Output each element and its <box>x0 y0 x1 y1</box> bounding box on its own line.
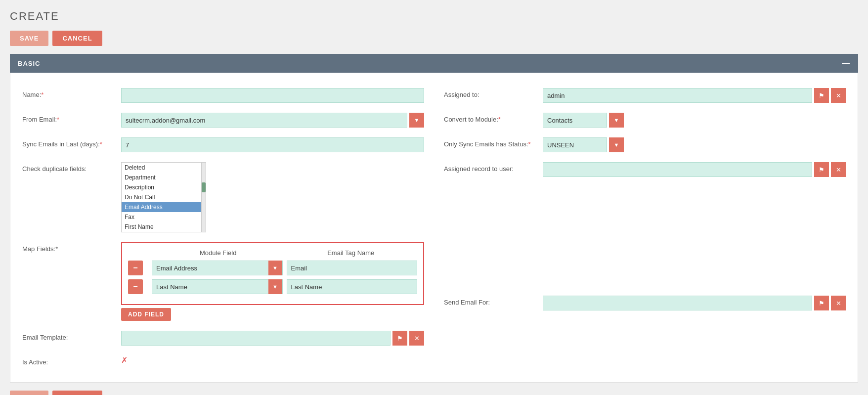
add-field-wrapper: ADD FIELD <box>121 305 424 321</box>
is-active-label: Is Active: <box>22 355 121 366</box>
check-duplicate-label: Check duplicate fields: <box>22 162 121 173</box>
check-duplicate-control: Deleted Department Description Do Not Ca… <box>121 162 424 232</box>
from-email-dropdown-btn[interactable]: ▼ <box>409 113 424 128</box>
from-email-select[interactable]: suitecrm.addon@gmail.com <box>122 113 407 127</box>
assigned-to-flag-button[interactable]: ⚑ <box>814 88 829 103</box>
email-template-clear-button[interactable]: ✕ <box>409 331 424 346</box>
basic-section-body: Name:* From Email:* suitecrm.addon@gm <box>10 73 858 383</box>
duplicate-dropdown-container: Deleted Department Description Do Not Ca… <box>121 162 206 232</box>
list-item[interactable]: Fax <box>122 212 201 222</box>
only-sync-select[interactable]: UNSEEN <box>543 138 607 152</box>
sync-days-row: Sync Emails in Last (days):* <box>22 132 424 157</box>
assigned-to-row: Assigned to: ⚑ ✕ <box>444 83 846 108</box>
is-active-row: Is Active: ✗ <box>22 351 424 372</box>
email-template-flag-button[interactable]: ⚑ <box>392 331 407 346</box>
page-title: CREATE <box>10 10 858 23</box>
assigned-to-label: Assigned to: <box>444 88 543 98</box>
name-required: * <box>41 91 43 98</box>
sync-days-control <box>121 137 424 152</box>
sync-days-input[interactable] <box>121 137 424 152</box>
check-duplicate-row: Check duplicate fields: Deleted Departme… <box>22 157 424 237</box>
scroll-thumb <box>202 182 206 192</box>
basic-section-title: BASIC <box>18 60 40 67</box>
map-fields-header: Module Field Email Tag Name <box>128 249 417 257</box>
email-template-label: Email Template: <box>22 331 121 341</box>
top-save-button[interactable]: SAVE <box>10 31 48 46</box>
only-sync-row: Only Sync Emails has Status:* UNSEEN ▼ <box>444 132 846 157</box>
module-field-1-wrapper: Email Address ▼ <box>152 261 283 275</box>
module-field-2-select[interactable]: Last Name <box>152 280 268 294</box>
assigned-record-clear-button[interactable]: ✕ <box>831 162 846 177</box>
right-column: Assigned to: ⚑ ✕ Convert to Module:* <box>444 83 846 372</box>
list-item[interactable]: Department <box>122 173 201 182</box>
only-sync-select-wrapper: UNSEEN <box>543 137 607 152</box>
assigned-to-control: ⚑ ✕ <box>543 88 846 103</box>
basic-section-header: BASIC — <box>10 54 858 73</box>
convert-module-control: Contacts ▼ <box>543 113 846 128</box>
list-item[interactable]: Do Not Call <box>122 192 201 202</box>
email-tag-1-input[interactable] <box>287 261 418 275</box>
module-field-2-dropdown-btn[interactable]: ▼ <box>268 279 282 294</box>
list-item[interactable]: First Name <box>122 222 201 232</box>
form-grid: Name:* From Email:* suitecrm.addon@gm <box>22 83 846 372</box>
from-email-label: From Email:* <box>22 113 121 123</box>
is-active-control: ✗ <box>121 355 424 365</box>
top-cancel-button[interactable]: CANCEL <box>52 31 102 46</box>
left-column: Name:* From Email:* suitecrm.addon@gm <box>22 83 424 372</box>
name-control <box>121 88 424 103</box>
dropdown-scrollbar[interactable] <box>201 162 206 232</box>
sync-days-label: Sync Emails in Last (days):* <box>22 137 121 148</box>
assigned-to-input[interactable] <box>543 88 812 103</box>
list-item-email-address[interactable]: Email Address <box>122 202 201 212</box>
module-field-header: Module Field <box>154 249 283 257</box>
add-field-button[interactable]: ADD FIELD <box>121 308 171 321</box>
from-email-row: From Email:* suitecrm.addon@gmail.com ▼ <box>22 108 424 132</box>
module-field-2-wrapper: Last Name ▼ <box>152 279 283 294</box>
only-sync-dropdown-btn[interactable]: ▼ <box>609 137 624 152</box>
email-template-control: ⚑ ✕ <box>121 331 424 346</box>
is-active-checkbox[interactable]: ✗ <box>121 355 128 365</box>
name-row: Name:* <box>22 83 424 108</box>
convert-module-select[interactable]: Contacts <box>543 113 607 127</box>
map-fields-row-2: − Last Name ▼ <box>128 279 417 294</box>
send-email-row: Send Email For: ⚑ ✕ <box>444 291 846 315</box>
send-email-input[interactable] <box>543 296 812 310</box>
remove-field-2-button[interactable]: − <box>128 279 143 294</box>
assigned-record-control: ⚑ ✕ <box>543 162 846 177</box>
top-actions-bar: SAVE CANCEL <box>10 31 858 46</box>
collapse-icon[interactable]: — <box>842 59 850 68</box>
send-email-clear-button[interactable]: ✕ <box>831 296 846 310</box>
bottom-cancel-button[interactable]: CANCEL <box>52 391 102 395</box>
assigned-record-row: Assigned record to user: ⚑ ✕ <box>444 157 846 182</box>
from-email-control: suitecrm.addon@gmail.com ▼ <box>121 113 424 128</box>
assigned-record-input[interactable] <box>543 162 812 177</box>
only-sync-control: UNSEEN ▼ <box>543 137 846 152</box>
module-field-1-select[interactable]: Email Address <box>152 261 268 275</box>
email-tag-2-input[interactable] <box>287 279 418 294</box>
map-fields-content: Module Field Email Tag Name − Email Addr… <box>121 242 424 321</box>
map-fields-row: Map Fields:* Module Field Email Tag Name <box>22 237 424 326</box>
send-email-flag-button[interactable]: ⚑ <box>814 296 829 310</box>
list-item[interactable]: Deleted <box>122 163 201 173</box>
bottom-actions-bar: SAVE CANCEL <box>10 391 858 395</box>
duplicate-dropdown-list[interactable]: Deleted Department Description Do Not Ca… <box>121 162 201 232</box>
remove-field-1-button[interactable]: − <box>128 261 143 275</box>
email-template-input[interactable] <box>121 331 391 346</box>
send-email-control: ⚑ ✕ <box>543 296 846 310</box>
module-field-1-dropdown-btn[interactable]: ▼ <box>268 261 282 275</box>
bottom-save-button[interactable]: SAVE <box>10 391 48 395</box>
from-email-select-wrapper: suitecrm.addon@gmail.com <box>121 113 407 128</box>
email-tag-header: Email Tag Name <box>287 249 416 257</box>
send-email-label: Send Email For: <box>444 296 543 306</box>
assigned-record-flag-button[interactable]: ⚑ <box>814 162 829 177</box>
email-template-row: Email Template: ⚑ ✕ <box>22 326 424 351</box>
name-input[interactable] <box>121 88 424 103</box>
list-item[interactable]: Description <box>122 182 201 192</box>
convert-module-label: Convert to Module:* <box>444 113 543 123</box>
convert-module-dropdown-btn[interactable]: ▼ <box>609 113 624 128</box>
map-fields-label: Map Fields:* <box>22 242 121 253</box>
map-fields-row-1: − Email Address ▼ <box>128 261 417 275</box>
map-fields-container: Module Field Email Tag Name − Email Addr… <box>121 242 424 305</box>
assigned-to-clear-button[interactable]: ✕ <box>831 88 846 103</box>
convert-module-row: Convert to Module:* Contacts ▼ <box>444 108 846 132</box>
